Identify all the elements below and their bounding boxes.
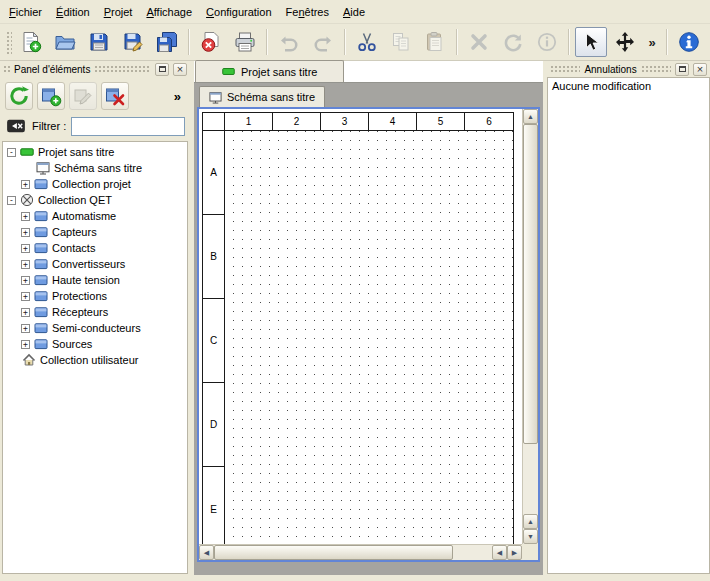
save-all-icon xyxy=(156,31,178,53)
scroll-left-icon[interactable] xyxy=(492,545,507,560)
expand-icon[interactable]: + xyxy=(21,308,30,317)
tree-item-sources[interactable]: +Sources xyxy=(3,336,187,352)
close-project-button[interactable] xyxy=(195,27,227,57)
tree-item-schema-sans-titre[interactable]: Schéma sans titre xyxy=(3,160,187,176)
open-project-button[interactable] xyxy=(49,27,81,57)
cut-button[interactable] xyxy=(351,27,383,57)
toolbar-overflow-button[interactable]: » xyxy=(643,27,661,57)
tree-item-collection-qet[interactable]: -Collection QET xyxy=(3,192,187,208)
float-icon xyxy=(159,66,166,72)
hscroll-track[interactable] xyxy=(214,545,492,560)
tree-item-projet-sans-titre[interactable]: -Projet sans titre xyxy=(3,144,187,160)
tree-item-semi-conducteurs[interactable]: +Semi-conducteurs xyxy=(3,320,187,336)
expand-icon[interactable]: + xyxy=(21,324,30,333)
rotate-button[interactable] xyxy=(497,27,529,57)
menu-projet[interactable]: Projet xyxy=(97,0,140,23)
menu-configuration[interactable]: Configuration xyxy=(199,0,278,23)
collapse-icon[interactable]: - xyxy=(7,196,16,205)
expand-icon[interactable]: + xyxy=(21,180,30,189)
horizontal-scrollbar[interactable] xyxy=(199,544,522,560)
tree-item-automatisme[interactable]: +Automatisme xyxy=(3,208,187,224)
move-icon xyxy=(614,31,636,53)
paste-button[interactable] xyxy=(419,27,451,57)
elements-panel-dock: Panel d'éléments » Filtrer : -Projet san… xyxy=(0,61,190,581)
main-area: Panel d'éléments » Filtrer : -Projet san… xyxy=(0,61,710,581)
close-dock-button[interactable] xyxy=(173,63,187,76)
visualisation-mode-button[interactable] xyxy=(609,27,641,57)
folder-icon xyxy=(34,321,48,335)
toolbar-separator xyxy=(568,29,570,55)
scroll-up-icon[interactable] xyxy=(523,109,538,124)
tree-item-capteurs[interactable]: +Capteurs xyxy=(3,224,187,240)
tree-item-contacts[interactable]: +Contacts xyxy=(3,240,187,256)
scroll-up-icon[interactable] xyxy=(523,514,538,529)
vertical-scrollbar[interactable] xyxy=(522,109,538,544)
save-project-as-button[interactable] xyxy=(117,27,149,57)
undo-button[interactable] xyxy=(273,27,305,57)
delete-element-button[interactable] xyxy=(101,82,129,110)
new-element-button[interactable] xyxy=(37,82,65,110)
schema-tab-label: Schéma sans titre xyxy=(227,91,315,103)
scroll-down-icon[interactable] xyxy=(523,529,538,544)
menu-affichage[interactable]: Affichage xyxy=(139,0,199,23)
project-tab[interactable]: Projet sans titre xyxy=(195,60,344,82)
expand-icon[interactable]: + xyxy=(21,260,30,269)
toolbar-grip[interactable] xyxy=(5,30,12,54)
expand-icon[interactable]: + xyxy=(21,212,30,221)
filter-input[interactable] xyxy=(71,117,185,136)
print-button[interactable] xyxy=(229,27,261,57)
schema-icon xyxy=(209,91,222,104)
copy-icon xyxy=(390,31,412,53)
float-dock-button[interactable] xyxy=(155,63,169,76)
expand-icon[interactable]: + xyxy=(21,228,30,237)
collapse-icon[interactable]: - xyxy=(7,148,16,157)
delete-button[interactable] xyxy=(463,27,495,57)
scroll-left-icon[interactable] xyxy=(199,545,214,560)
menu-fichier[interactable]: Fichier xyxy=(2,0,49,23)
redo-button[interactable] xyxy=(307,27,339,57)
close-dock-button[interactable] xyxy=(693,63,707,76)
undo-dock-titlebar[interactable]: Annulations xyxy=(547,61,710,77)
elements-dock-titlebar[interactable]: Panel d'éléments xyxy=(0,61,190,77)
vscroll-thumb[interactable] xyxy=(523,124,538,444)
tree-item-convertisseurs[interactable]: +Convertisseurs xyxy=(3,256,187,272)
filter-clear-button[interactable] xyxy=(5,116,27,136)
workspace: Projet sans titre Schéma sans titre 1234… xyxy=(194,61,543,575)
save-all-schemas-button[interactable] xyxy=(151,27,183,57)
expand-icon[interactable]: + xyxy=(21,276,30,285)
column-label: 5 xyxy=(417,113,465,131)
hscroll-thumb[interactable] xyxy=(214,545,453,560)
tree-item-collection-projet[interactable]: +Collection projet xyxy=(3,176,187,192)
element-info-button[interactable] xyxy=(531,27,563,57)
menu-aide[interactable]: Aide xyxy=(336,0,372,23)
tree-item-recepteurs[interactable]: +Récepteurs xyxy=(3,304,187,320)
vscroll-track[interactable] xyxy=(523,124,538,514)
tree-item-protections[interactable]: +Protections xyxy=(3,288,187,304)
dock-grip xyxy=(3,65,10,73)
undo-dock-title: Annulations xyxy=(584,64,636,75)
expand-icon[interactable]: + xyxy=(21,340,30,349)
tree-item-haute-tension[interactable]: +Haute tension xyxy=(3,272,187,288)
diagram-viewport[interactable]: 123456 ABCDE xyxy=(199,109,522,544)
undo-list[interactable]: Aucune modification xyxy=(547,77,710,574)
toolbar-separator xyxy=(266,29,268,55)
about-qet-button[interactable] xyxy=(673,27,705,57)
expand-icon[interactable]: + xyxy=(21,244,30,253)
row-label: C xyxy=(203,299,225,383)
selection-mode-button[interactable] xyxy=(575,27,607,57)
menu-fenetres[interactable]: Fenêtres xyxy=(279,0,336,23)
float-dock-button[interactable] xyxy=(675,63,689,76)
copy-button[interactable] xyxy=(385,27,417,57)
menu-bar: FichierÉditionProjetAffichageConfigurati… xyxy=(0,0,710,24)
schema-tab[interactable]: Schéma sans titre xyxy=(199,86,325,107)
reload-collections-button[interactable] xyxy=(5,82,33,110)
menu-edition[interactable]: Édition xyxy=(49,0,97,23)
save-project-button[interactable] xyxy=(83,27,115,57)
expand-icon[interactable]: + xyxy=(21,292,30,301)
schema-icon xyxy=(36,161,50,175)
edit-element-button[interactable] xyxy=(69,82,97,110)
new-project-button[interactable] xyxy=(15,27,47,57)
elements-toolbar-overflow[interactable]: » xyxy=(170,89,185,104)
tree-item-collection-utilisateur[interactable]: Collection utilisateur xyxy=(3,352,187,368)
scroll-right-icon[interactable] xyxy=(507,545,522,560)
